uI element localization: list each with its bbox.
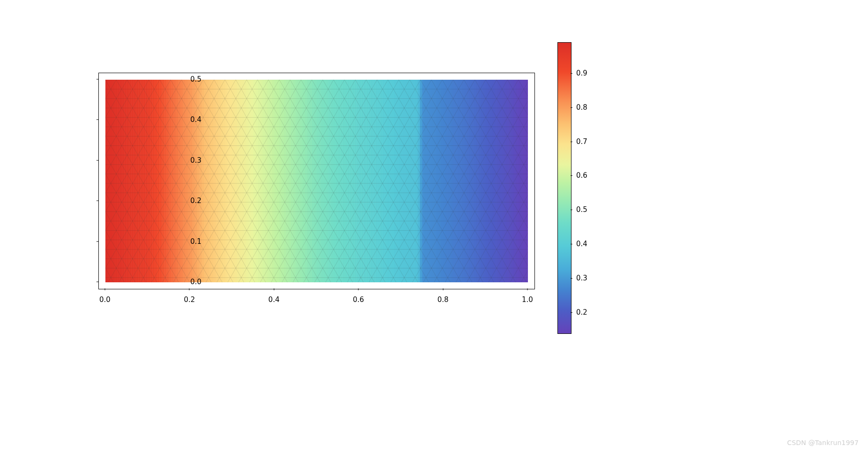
- svg-rect-41: [201, 80, 204, 282]
- svg-rect-168: [500, 80, 503, 282]
- svg-rect-67: [263, 80, 266, 282]
- svg-rect-130: [410, 80, 413, 282]
- y-tick-label: 0.0: [178, 278, 201, 286]
- svg-rect-79: [291, 80, 294, 282]
- svg-rect-55: [235, 80, 237, 282]
- svg-rect-136: [425, 80, 428, 282]
- svg-rect-124: [396, 80, 399, 282]
- svg-rect-65: [258, 80, 261, 282]
- svg-rect-111: [366, 80, 369, 282]
- svg-rect-116: [378, 80, 380, 282]
- svg-rect-167: [497, 80, 500, 282]
- svg-rect-36: [190, 80, 193, 282]
- svg-rect-87: [310, 80, 312, 282]
- x-tick-label: 1.0: [518, 295, 537, 304]
- svg-rect-33: [183, 80, 185, 282]
- svg-rect-94: [326, 80, 329, 282]
- svg-rect-178: [523, 80, 526, 282]
- plot-area: [105, 80, 528, 282]
- svg-rect-1: [108, 80, 111, 282]
- svg-rect-37: [192, 80, 195, 282]
- svg-rect-70: [270, 80, 273, 282]
- y-tick-label: 0.5: [178, 75, 201, 83]
- svg-rect-146: [448, 80, 451, 282]
- svg-rect-110: [364, 80, 366, 282]
- svg-rect-63: [253, 80, 256, 282]
- svg-rect-170: [504, 80, 507, 282]
- svg-rect-78: [289, 80, 291, 282]
- svg-rect-151: [460, 80, 463, 282]
- svg-rect-45: [211, 80, 214, 282]
- colorbar-tick-label: 0.6: [576, 171, 587, 180]
- svg-rect-162: [486, 80, 489, 282]
- x-tick-label: 0.4: [265, 295, 283, 304]
- svg-rect-42: [204, 80, 207, 282]
- svg-rect-141: [437, 80, 439, 282]
- svg-rect-131: [413, 80, 415, 282]
- svg-rect-82: [298, 80, 301, 282]
- svg-rect-20: [152, 80, 155, 282]
- colorbar-tick-label: 0.4: [576, 240, 587, 248]
- svg-rect-52: [228, 80, 230, 282]
- svg-rect-105: [352, 80, 355, 282]
- svg-rect-145: [446, 80, 449, 282]
- svg-rect-129: [408, 80, 411, 282]
- svg-rect-166: [495, 80, 498, 282]
- y-tick-label: 0.2: [178, 196, 201, 205]
- colorbar-tick-label: 0.7: [576, 137, 587, 146]
- svg-rect-47: [216, 80, 219, 282]
- svg-rect-175: [516, 80, 519, 282]
- x-tick-label: 0.6: [349, 295, 368, 304]
- svg-rect-4: [115, 80, 118, 282]
- colorbar-tick-label: 0.9: [576, 69, 587, 77]
- svg-rect-148: [453, 80, 456, 282]
- svg-rect-18: [148, 80, 150, 282]
- svg-rect-104: [349, 80, 352, 282]
- svg-rect-126: [401, 80, 404, 282]
- watermark-text: CSDN @Tankrun1997: [787, 439, 859, 446]
- svg-rect-114: [373, 80, 376, 282]
- svg-rect-38: [194, 80, 197, 282]
- colorbar: 0.20.30.40.50.60.70.80.9: [557, 42, 623, 333]
- y-tick-label: 0.1: [178, 237, 201, 246]
- svg-rect-5: [117, 80, 120, 282]
- svg-rect-32: [180, 80, 183, 282]
- svg-rect-57: [239, 80, 242, 282]
- svg-rect-119: [385, 80, 387, 282]
- y-tick-label: 0.4: [178, 115, 201, 124]
- svg-rect-74: [279, 80, 282, 282]
- svg-rect-97: [333, 80, 336, 282]
- svg-rect-172: [509, 80, 512, 282]
- x-tick-label: 0.2: [180, 295, 199, 304]
- svg-rect-138: [430, 80, 432, 282]
- heatmap-surface: [105, 80, 528, 282]
- svg-rect-43: [206, 80, 209, 282]
- svg-rect-90: [317, 80, 319, 282]
- svg-rect-109: [361, 80, 364, 282]
- svg-rect-72: [274, 80, 277, 282]
- svg-rect-21: [155, 80, 157, 282]
- x-tick-label: 0.8: [434, 295, 453, 304]
- y-tick-label: 0.3: [178, 156, 201, 165]
- heatmap-chart: 0.00.10.20.30.40.5 0.00.20.40.60.81.0: [70, 42, 614, 333]
- svg-rect-125: [399, 80, 401, 282]
- svg-rect-53: [230, 80, 233, 282]
- svg-rect-158: [476, 80, 479, 282]
- svg-rect-163: [488, 80, 491, 282]
- svg-rect-68: [265, 80, 268, 282]
- svg-rect-89: [314, 80, 317, 282]
- svg-rect-75: [282, 80, 284, 282]
- svg-rect-58: [242, 80, 245, 282]
- svg-rect-0: [105, 80, 108, 282]
- svg-rect-177: [521, 80, 524, 282]
- svg-rect-73: [277, 80, 280, 282]
- svg-rect-161: [483, 80, 486, 282]
- svg-rect-11: [131, 80, 134, 282]
- plot-frame: [98, 73, 535, 289]
- svg-rect-50: [223, 80, 226, 282]
- svg-rect-69: [267, 80, 270, 282]
- svg-rect-99: [338, 80, 341, 282]
- svg-rect-156: [472, 80, 475, 282]
- svg-rect-60: [246, 80, 249, 282]
- colorbar-tick-label: 0.5: [576, 205, 587, 214]
